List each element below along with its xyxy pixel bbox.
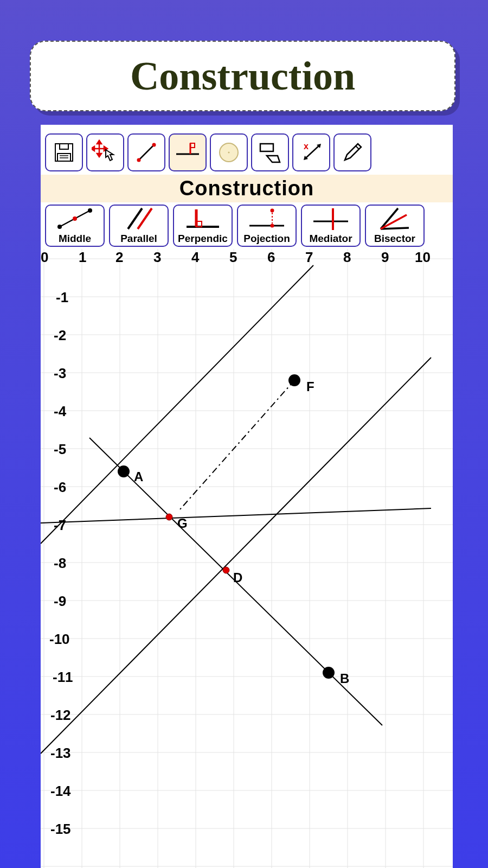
parallel-tool[interactable]: Parallel (109, 205, 169, 247)
page-title: Construction (130, 53, 355, 99)
mediator-label: Mediator (309, 233, 352, 245)
svg-point-15 (152, 143, 156, 147)
svg-text:9: 9 (381, 249, 389, 265)
svg-marker-27 (345, 144, 361, 160)
svg-text:-14: -14 (50, 783, 71, 799)
svg-text:F: F (306, 379, 314, 394)
svg-point-31 (88, 208, 92, 213)
bisector-icon (373, 206, 416, 233)
svg-text:D: D (233, 570, 242, 585)
svg-text:-15: -15 (50, 821, 71, 837)
pencil-button[interactable] (333, 133, 371, 171)
polygon-button[interactable] (251, 133, 289, 171)
perpendicular-tool[interactable]: Perpendic (173, 205, 233, 247)
file-icon (52, 141, 76, 164)
svg-point-114 (223, 567, 229, 573)
svg-text:6: 6 (267, 249, 275, 265)
svg-text:-13: -13 (50, 745, 71, 761)
construction-toolbar: Middle Parallel Perpendic Poj (41, 202, 453, 249)
parallel-label: Parallel (120, 233, 157, 245)
svg-text:-2: -2 (54, 327, 66, 343)
svg-text:7: 7 (305, 249, 313, 265)
svg-line-45 (381, 208, 398, 229)
svg-text:B: B (340, 671, 349, 686)
x-axis-labels: 0 1 2 3 4 5 6 7 8 9 10 (41, 249, 431, 265)
y-axis-labels: -1 -2 -3 -4 -5 -6 -7 -8 -9 -10 -11 -12 -… (49, 289, 73, 837)
svg-text:0: 0 (41, 249, 48, 265)
svg-line-13 (139, 145, 154, 160)
svg-marker-8 (97, 154, 101, 157)
drawing-canvas[interactable]: 0 1 2 3 4 5 6 7 8 9 10 -1 -2 -3 -4 -5 -6… (41, 249, 453, 868)
file-button[interactable] (45, 133, 83, 171)
projection-tool[interactable]: Pojection (237, 205, 297, 247)
app-panel: x Construction Middle (41, 125, 453, 868)
line-button[interactable] (127, 133, 165, 171)
svg-point-14 (137, 158, 141, 162)
svg-text:-5: -5 (54, 441, 66, 457)
construction-button[interactable] (169, 133, 207, 171)
move-icon (92, 139, 119, 166)
svg-point-106 (118, 465, 130, 477)
construction-icon (174, 139, 201, 166)
svg-line-105 (180, 380, 294, 509)
delete-line-icon: x (298, 139, 324, 165)
svg-point-112 (166, 514, 172, 520)
svg-rect-2 (57, 154, 70, 161)
mediator-tool[interactable]: Mediator (301, 205, 361, 247)
svg-text:2: 2 (115, 249, 123, 265)
svg-text:-4: -4 (54, 403, 67, 419)
circle-icon (217, 141, 241, 164)
parallel-icon (117, 206, 160, 233)
polygon-icon (257, 139, 283, 165)
section-label: Construction (41, 175, 453, 202)
mediator-icon (309, 206, 352, 233)
svg-text:1: 1 (79, 249, 86, 265)
svg-text:-6: -6 (54, 479, 66, 495)
svg-text:8: 8 (343, 249, 351, 265)
svg-point-20 (228, 152, 230, 154)
svg-point-39 (271, 209, 274, 213)
line-icon (134, 141, 158, 164)
svg-line-28 (356, 146, 359, 149)
middle-tool[interactable]: Middle (45, 205, 105, 247)
svg-text:-12: -12 (50, 707, 71, 723)
bisector-tool[interactable]: Bisector (365, 205, 425, 247)
svg-rect-21 (260, 144, 273, 151)
svg-point-30 (57, 225, 62, 229)
svg-line-104 (41, 508, 431, 523)
grid (41, 249, 453, 868)
middle-icon (53, 206, 97, 233)
canvas-svg: 0 1 2 3 4 5 6 7 8 9 10 -1 -2 -3 -4 -5 -6… (41, 249, 453, 868)
svg-point-108 (323, 667, 335, 679)
svg-text:-9: -9 (54, 593, 66, 609)
perpendicular-label: Perpendic (178, 233, 228, 245)
svg-text:10: 10 (415, 249, 431, 265)
svg-text:-1: -1 (56, 289, 68, 305)
top-toolbar: x (41, 125, 453, 175)
svg-text:-10: -10 (49, 631, 70, 647)
svg-text:3: 3 (153, 249, 161, 265)
svg-text:-8: -8 (54, 555, 66, 571)
svg-text:-11: -11 (53, 669, 73, 685)
pencil-icon (341, 141, 364, 164)
svg-line-44 (381, 228, 409, 229)
svg-line-103 (41, 358, 431, 754)
projection-label: Pojection (243, 233, 290, 245)
delete-line-button[interactable]: x (292, 133, 330, 171)
perpendicular-icon (181, 206, 224, 233)
svg-marker-22 (267, 156, 280, 162)
svg-text:x: x (304, 142, 309, 151)
svg-line-46 (381, 215, 407, 229)
svg-text:G: G (177, 516, 188, 531)
svg-point-41 (271, 224, 274, 228)
svg-text:A: A (134, 469, 143, 484)
svg-marker-6 (97, 141, 101, 144)
move-button[interactable] (86, 133, 124, 171)
circle-button[interactable] (210, 133, 248, 171)
svg-point-110 (288, 374, 300, 386)
projection-icon (245, 206, 288, 233)
middle-label: Middle (59, 233, 91, 245)
svg-text:5: 5 (229, 249, 237, 265)
svg-rect-1 (60, 144, 68, 149)
svg-point-32 (73, 216, 77, 221)
